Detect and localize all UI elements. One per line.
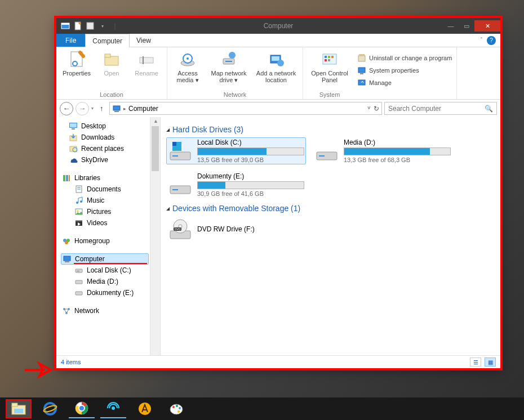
drive-icon	[74, 266, 83, 275]
drive-name: Local Disk (C:)	[197, 138, 304, 146]
add-network-location-button[interactable]: Add a network location	[254, 50, 298, 90]
drive-free: 30,9 GB free of 41,6 GB	[197, 190, 304, 197]
svg-rect-14	[225, 61, 232, 62]
drive-icon	[314, 138, 339, 163]
svg-rect-28	[360, 73, 363, 74]
drive-e[interactable]: Dokumenty (E:) 30,9 GB free of 41,6 GB	[166, 171, 306, 198]
breadcrumb-separator-icon[interactable]: ▸	[123, 106, 126, 111]
ribbon-group-label: Network	[172, 90, 298, 98]
computer-tab[interactable]: Computer	[85, 34, 130, 47]
nav-drive-c[interactable]: Local Disk (C:)	[61, 265, 160, 276]
svg-point-44	[76, 202, 78, 204]
svg-text:DVD: DVD	[175, 227, 181, 231]
maximize-button[interactable]: ▭	[459, 20, 474, 32]
nav-drive-e[interactable]: Dokumenty (E:)	[61, 287, 160, 298]
access-media-button[interactable]: Access media ▾	[172, 50, 203, 90]
control-panel-button[interactable]: Open Control Panel	[308, 50, 352, 90]
nav-drive-d[interactable]: Media (D:)	[61, 276, 160, 287]
system-properties-button[interactable]: System properties	[357, 64, 452, 77]
view-details-button[interactable]: ☰	[470, 358, 481, 367]
nav-homegroup[interactable]: Homegroup	[61, 235, 160, 247]
svg-rect-69	[172, 189, 178, 190]
nav-computer[interactable]: Computer	[61, 253, 149, 265]
svg-point-12	[186, 57, 189, 60]
ribbon-group-system: Open Control Panel System Uninstall or c…	[303, 47, 457, 99]
taskbar-explorer-icon[interactable]	[6, 399, 32, 418]
svg-rect-1	[61, 23, 69, 25]
address-dropdown-icon[interactable]: v	[368, 105, 371, 113]
view-tab[interactable]: View	[130, 34, 158, 47]
drive-c[interactable]: Local Disk (C:) 13,5 GB free of 39,0 GB	[166, 137, 306, 164]
drive-name: Dokumenty (E:)	[197, 172, 304, 180]
homegroup-icon	[62, 236, 71, 245]
nav-music[interactable]: Music	[61, 195, 160, 206]
svg-point-15	[229, 52, 236, 59]
map-network-drive-button[interactable]: Map network drive ▾	[207, 50, 251, 90]
svg-rect-27	[358, 68, 365, 73]
close-button[interactable]: ✕	[474, 20, 500, 32]
breadcrumb[interactable]: Computer	[128, 105, 158, 113]
nav-downloads[interactable]: Downloads	[61, 132, 160, 143]
drive-d[interactable]: Media (D:) 13,3 GB free of 68,3 GB	[313, 137, 452, 164]
svg-point-88	[179, 407, 181, 409]
history-dropdown-icon[interactable]: ▾	[91, 106, 94, 111]
refresh-icon[interactable]: ↻	[374, 105, 379, 113]
svg-rect-3	[87, 23, 94, 29]
qat-icon[interactable]	[61, 21, 70, 30]
search-icon[interactable]: 🔍	[485, 105, 493, 113]
nav-tree[interactable]: Desktop Downloads Recent places SkyDrive…	[56, 117, 161, 355]
up-button[interactable]: ↑	[96, 103, 107, 114]
titlebar: ▾ | Computer — ▭ ✕	[56, 18, 500, 34]
status-item-count: 4 items	[61, 359, 81, 365]
taskbar-wifi-icon[interactable]	[100, 399, 126, 418]
search-input[interactable]	[388, 105, 485, 113]
scrollbar-thumb[interactable]	[152, 126, 159, 171]
rename-button[interactable]: Rename	[131, 50, 162, 90]
content-pane[interactable]: ◢Hard Disk Drives (3) Local Disk (C:) 13…	[161, 117, 500, 355]
address-bar[interactable]: ▸ Computer v ↻	[109, 102, 382, 115]
taskbar[interactable]	[0, 397, 524, 420]
svg-point-87	[176, 405, 178, 407]
taskbar-aimp-icon[interactable]	[132, 399, 158, 418]
svg-rect-24	[328, 59, 330, 61]
nav-skydrive[interactable]: SkyDrive	[61, 154, 160, 166]
drive-name: Media (D:)	[344, 138, 451, 146]
back-button[interactable]: ←	[60, 102, 73, 115]
help-icon[interactable]: ?	[487, 36, 496, 45]
view-tiles-button[interactable]: ▦	[485, 358, 496, 367]
nav-pictures[interactable]: Pictures	[61, 206, 160, 217]
ribbon-collapse-icon[interactable]: ˆ	[481, 37, 482, 43]
taskbar-chrome-icon[interactable]	[69, 399, 95, 418]
nav-libraries[interactable]: Libraries	[61, 172, 160, 184]
svg-rect-76	[12, 403, 17, 406]
svg-rect-23	[325, 59, 327, 61]
properties-button[interactable]: Properties	[61, 50, 92, 90]
group-header-removable[interactable]: ◢Devices with Removable Storage (1)	[166, 204, 495, 213]
drive-free: 13,5 GB free of 39,0 GB	[197, 157, 304, 163]
nav-documents[interactable]: Documents	[61, 184, 160, 195]
nav-network[interactable]: Network	[61, 305, 160, 316]
nav-videos[interactable]: Videos	[61, 217, 160, 229]
dvd-drive[interactable]: DVD DVD RW Drive (F:)	[166, 216, 306, 243]
nav-desktop[interactable]: Desktop	[61, 120, 160, 132]
qat-properties-icon[interactable]	[73, 21, 82, 30]
forward-button[interactable]: →	[76, 102, 89, 115]
network-icon	[62, 306, 71, 315]
collapse-icon[interactable]: ◢	[166, 206, 170, 211]
drive-icon	[168, 172, 193, 197]
svg-rect-65	[172, 142, 176, 146]
search-box[interactable]: 🔍	[384, 102, 497, 115]
group-header-hdd[interactable]: ◢Hard Disk Drives (3)	[166, 125, 495, 134]
file-tab[interactable]: File	[56, 34, 85, 47]
manage-button[interactable]: Manage	[357, 77, 452, 89]
nav-recent[interactable]: Recent places	[61, 143, 160, 154]
svg-rect-26	[359, 54, 365, 56]
qat-newfolder-icon[interactable]	[86, 21, 95, 30]
collapse-icon[interactable]: ◢	[166, 127, 170, 132]
taskbar-ie-icon[interactable]	[37, 399, 63, 418]
uninstall-program-button[interactable]: Uninstall or change a program	[357, 52, 452, 64]
open-button[interactable]: Open	[96, 50, 127, 90]
minimize-button[interactable]: —	[443, 20, 459, 32]
qat-dropdown-icon[interactable]: ▾	[98, 21, 107, 30]
taskbar-paint-icon[interactable]	[163, 399, 189, 418]
